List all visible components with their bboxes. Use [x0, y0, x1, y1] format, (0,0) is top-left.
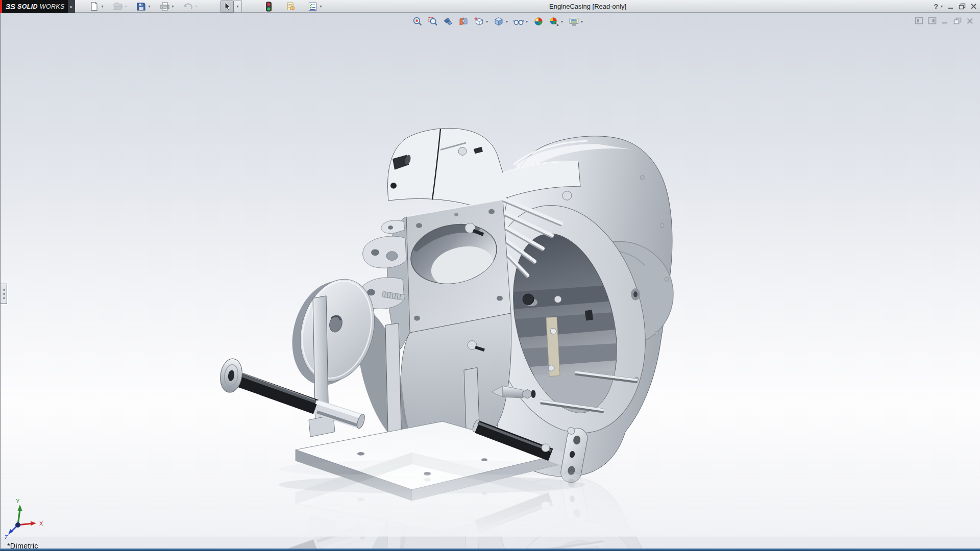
- select-cursor-icon: [223, 2, 231, 11]
- title-bar: ЗSSOLIDWORKS ▸ ▾ ▾: [0, 0, 980, 13]
- view-settings-button[interactable]: [568, 16, 579, 27]
- options-button[interactable]: [307, 1, 318, 12]
- minimize-document-icon[interactable]: [941, 17, 949, 24]
- save-button[interactable]: [136, 1, 146, 12]
- view-orientation-cube-icon: [474, 16, 484, 27]
- chevron-down-icon[interactable]: ▾: [505, 19, 509, 24]
- zoom-to-fit-icon: [412, 16, 423, 27]
- printer-icon: [160, 2, 170, 11]
- graphics-viewport[interactable]: ▾ ▾ ▾: [0, 13, 980, 549]
- feature-pane-flyout-tab[interactable]: ◄ ◄ ◄: [1, 284, 7, 304]
- open-document-button[interactable]: [112, 1, 123, 12]
- triad-y-label: Y: [16, 498, 20, 504]
- restore-document-icon[interactable]: [953, 17, 962, 24]
- previous-view-button[interactable]: [443, 16, 454, 27]
- menu-expand-arrow-icon[interactable]: ▸: [68, 0, 75, 13]
- graphics-area[interactable]: [1, 13, 980, 549]
- display-style-cube-icon: [494, 16, 504, 27]
- section-view-icon: [458, 16, 469, 27]
- pane-toggle-right-icon[interactable]: [928, 17, 937, 24]
- view-orientation-button[interactable]: [473, 16, 484, 27]
- chevron-down-icon[interactable]: ▾: [525, 19, 529, 24]
- open-folder-icon: [113, 2, 123, 11]
- zoom-to-area-button[interactable]: [427, 16, 438, 27]
- apply-scene-button[interactable]: [548, 16, 559, 27]
- select-tool-dropdown[interactable]: ▾: [234, 1, 242, 13]
- zoom-to-fit-button[interactable]: [412, 16, 423, 27]
- main-toolbar: ▾ ▾ ▾: [89, 1, 323, 12]
- restore-button[interactable]: [959, 3, 966, 10]
- chevron-down-icon[interactable]: ▾: [147, 4, 152, 9]
- new-document-icon: [89, 2, 99, 11]
- close-button[interactable]: [970, 3, 977, 10]
- traffic-light-icon: [265, 2, 273, 12]
- rebuild-button[interactable]: [263, 1, 274, 12]
- window-controls: ? ▾: [934, 0, 977, 13]
- solidworks-logo-mark: ЗS: [5, 2, 15, 11]
- apply-scene-icon: [549, 16, 559, 27]
- collapse-arrow-icon: ◄: [2, 292, 5, 296]
- print-button[interactable]: [159, 1, 170, 12]
- solidworks-logo: ЗSSOLIDWORKS: [0, 0, 68, 13]
- chevron-down-icon[interactable]: ▾: [485, 19, 489, 24]
- collapse-arrow-icon: ◄: [2, 296, 5, 300]
- display-style-button[interactable]: [493, 16, 504, 27]
- chevron-down-icon[interactable]: ▾: [170, 4, 175, 9]
- chevron-down-icon[interactable]: ▾: [100, 4, 105, 9]
- document-title: EngineCasing [Read-only]: [549, 3, 626, 10]
- view-settings-monitor-icon: [569, 16, 579, 27]
- select-tool-button[interactable]: [220, 1, 234, 13]
- view-orientation-label: *Dimetric: [7, 542, 38, 549]
- chevron-down-icon[interactable]: ▾: [580, 19, 584, 24]
- help-button[interactable]: ?: [934, 3, 938, 11]
- close-document-icon[interactable]: [966, 17, 974, 24]
- hide-show-items-button[interactable]: [513, 16, 524, 27]
- new-document-button[interactable]: [89, 1, 100, 12]
- appearance-beachball-icon: [533, 16, 544, 27]
- minimize-button[interactable]: [947, 3, 954, 10]
- file-properties-button[interactable]: [285, 1, 296, 12]
- undo-button[interactable]: [183, 1, 193, 12]
- triad-z-label: Z: [5, 534, 8, 540]
- chevron-down-icon[interactable]: ▾: [124, 4, 128, 9]
- document-window-controls: [915, 17, 974, 24]
- triad-x-label: X: [39, 520, 43, 527]
- chevron-down-icon[interactable]: ▾: [318, 4, 323, 9]
- undo-arrow-icon: [183, 2, 193, 11]
- edit-appearance-button[interactable]: [533, 16, 544, 27]
- file-properties-icon: [286, 2, 296, 12]
- eyeglasses-icon: [513, 16, 524, 27]
- window-bottom-border: [0, 548, 980, 551]
- pane-toggle-left-icon[interactable]: [915, 17, 923, 24]
- logo-text-works: WORKS: [40, 3, 65, 10]
- chevron-down-icon[interactable]: ▾: [941, 4, 943, 9]
- orientation-triad: Y X Z: [4, 498, 51, 541]
- logo-text-solid: SOLID: [17, 3, 38, 10]
- chevron-down-icon[interactable]: ▾: [560, 19, 564, 24]
- save-floppy-icon: [136, 2, 146, 11]
- options-checklist-icon: [308, 2, 318, 12]
- collapse-arrow-icon: ◄: [2, 288, 5, 292]
- chevron-down-icon[interactable]: ▾: [194, 4, 199, 9]
- section-view-button[interactable]: [458, 16, 469, 27]
- previous-view-icon: [443, 16, 453, 27]
- headsup-view-toolbar: ▾ ▾ ▾: [412, 16, 584, 27]
- zoom-to-area-icon: [428, 16, 438, 27]
